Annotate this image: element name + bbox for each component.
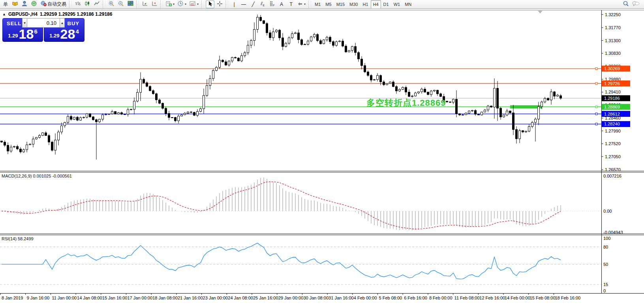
svg-text:1.26570: 1.26570 (605, 167, 621, 172)
line-handle[interactable] (595, 123, 597, 125)
autotrading-button[interactable]: 自动交易 (39, 0, 68, 8)
timeframe-m30-button[interactable]: M30 (347, 0, 360, 9)
svg-text:1.27990: 1.27990 (605, 129, 621, 133)
price-level-tag: 1.28612 (602, 111, 630, 117)
chat-button[interactable] (631, 0, 640, 8)
svg-text:6 Feb 16:00: 6 Feb 16:00 (404, 296, 427, 300)
chart-shift-icon (152, 1, 158, 7)
line-handle[interactable] (595, 82, 597, 84)
svg-text:4 Feb 00:00: 4 Feb 00:00 (354, 296, 377, 300)
chart-shift-marker[interactable] (538, 11, 543, 13)
lot-increase-button[interactable]: ▲ (60, 18, 65, 28)
svg-text:1.28869: 1.28869 (604, 105, 620, 109)
chevron-down-icon: ▾ (197, 2, 199, 6)
time-axis-labels[interactable]: 8 Jan 20199 Jan 16:0011 Jan 00:0014 Jan … (0, 293, 580, 300)
timeframe-m1-button[interactable]: M1 (312, 0, 323, 9)
toolbar-separator (136, 1, 139, 8)
autotrading-icon (40, 1, 47, 7)
price-level-tag: 1.29726 (602, 80, 630, 86)
search-button[interactable] (621, 0, 630, 8)
timeframe-d1-button[interactable]: D1 (381, 0, 391, 9)
green-zone-trendline[interactable] (510, 105, 542, 109)
svg-text:0.00: 0.00 (603, 209, 612, 213)
pivot-annotation-text[interactable]: 多空转折点1.28869 (366, 97, 446, 109)
svg-text:1.31300: 1.31300 (605, 38, 621, 43)
line-handle[interactable] (595, 67, 597, 69)
line-handle[interactable] (595, 106, 597, 108)
templates-icon (190, 1, 196, 7)
timeframe-mn-button[interactable]: MN (402, 0, 414, 9)
text-tool-button[interactable]: A (277, 0, 286, 8)
tile-windows-button[interactable] (126, 0, 135, 8)
svg-text:15: 15 (603, 282, 608, 287)
label-tool-button[interactable]: T (287, 0, 295, 8)
new-order-button[interactable]: 单 (1, 0, 10, 8)
svg-text:30 Jan 08:00: 30 Jan 08:00 (303, 296, 329, 300)
auto-scroll-button[interactable] (141, 0, 149, 8)
rsi-axis-labels[interactable]: 1008050150 (603, 236, 610, 293)
line-chart-button[interactable] (92, 0, 101, 8)
trendline-button[interactable]: ╱ (249, 0, 257, 8)
toolbar-separator (160, 1, 163, 8)
zoom-out-button[interactable] (116, 0, 125, 8)
macd-axis-labels[interactable]: 0.0072160.00-0.004943 (603, 174, 623, 235)
svg-text:100: 100 (603, 236, 610, 241)
mt4-window: 单自动交易▾▾▾|—╱⫽E⣿FAT▾M1M5M15M30H1H4D1W1MN 1… (0, 0, 644, 305)
line-handle[interactable] (595, 113, 597, 115)
market-watch-icon[interactable] (20, 0, 29, 8)
fibonacci-button[interactable]: ⣿F (268, 0, 276, 8)
chevron-down-icon: ▾ (173, 2, 175, 6)
candlestick-chart-button[interactable] (83, 0, 92, 8)
collapse-panel-icon[interactable]: ▲ (2, 12, 6, 16)
svg-text:1.31770: 1.31770 (605, 25, 621, 30)
price-axis-labels[interactable]: 1.322501.317701.313001.308301.303601.298… (602, 12, 621, 172)
equidistant-channel-button[interactable]: ⫽E (258, 0, 267, 8)
arrows-tool-button[interactable]: ▾ (296, 0, 307, 8)
svg-text:1.27050: 1.27050 (605, 154, 621, 159)
search-icon (623, 0, 629, 8)
chart-canvas[interactable]: 1.322501.317701.313001.308301.303601.298… (0, 0, 644, 305)
svg-text:8 Jan 2019: 8 Jan 2019 (2, 296, 23, 300)
signals-icon[interactable] (30, 0, 38, 8)
svg-text:11 Jan 00:00: 11 Jan 00:00 (52, 296, 77, 300)
toolbar-separator (308, 1, 311, 8)
crosshair-icon (217, 1, 223, 8)
svg-text:1.29186: 1.29186 (604, 96, 620, 101)
candlestick-series (1, 15, 562, 160)
svg-text:1.29410: 1.29410 (605, 90, 621, 94)
horizontal-line-button[interactable]: — (239, 0, 248, 8)
svg-text:25 Jan 16:00: 25 Jan 16:00 (253, 296, 278, 300)
bar-chart-icon (75, 1, 81, 7)
timeframe-w1-button[interactable]: W1 (391, 0, 403, 9)
svg-text:23 Jan 00:00: 23 Jan 00:00 (203, 296, 228, 300)
vertical-line-button[interactable]: | (230, 0, 238, 8)
tile-windows-icon (128, 1, 133, 7)
templates-button[interactable]: ▾ (188, 0, 200, 8)
svg-text:14 Jan 08:00: 14 Jan 08:00 (77, 296, 102, 300)
periods-button[interactable]: ▾ (176, 0, 188, 8)
lot-size-input[interactable] (27, 18, 60, 28)
chart-shift-button[interactable] (150, 0, 159, 8)
timeframe-h4-button[interactable]: H4 (371, 0, 381, 9)
timeframe-m5-button[interactable]: M5 (323, 0, 334, 9)
toolbar-separator (225, 1, 228, 8)
svg-text:1.27520: 1.27520 (605, 141, 621, 146)
indicators-button[interactable]: ▾ (165, 0, 176, 8)
lot-decrease-button[interactable]: ▼ (22, 18, 27, 28)
price-level-tag: 1.29186 (602, 95, 630, 101)
svg-text:9 Jan 16:00: 9 Jan 16:00 (27, 296, 50, 300)
timeframe-h1-button[interactable]: H1 (360, 0, 370, 9)
line-chart-icon (94, 1, 100, 7)
toolbar-separator (201, 1, 204, 8)
zoom-in-button[interactable] (107, 0, 116, 8)
timeframe-m15-button[interactable]: M15 (334, 0, 347, 9)
order-book-icon[interactable] (11, 0, 19, 8)
rsi-indicator-label: RSI(14) 58.2499 (2, 236, 34, 241)
crosshair-button[interactable] (215, 0, 224, 8)
svg-text:31 Jan 16:00: 31 Jan 16:00 (329, 296, 354, 300)
chart-title: ▲ GBPUSD-,H4 1.29259 1.29295 1.29186 1.2… (2, 11, 112, 17)
bar-chart-button[interactable] (73, 0, 82, 8)
cursor-button[interactable] (206, 0, 214, 8)
svg-text:21 Jan 16:00: 21 Jan 16:00 (178, 296, 203, 300)
arrows-tool-icon (297, 1, 303, 7)
